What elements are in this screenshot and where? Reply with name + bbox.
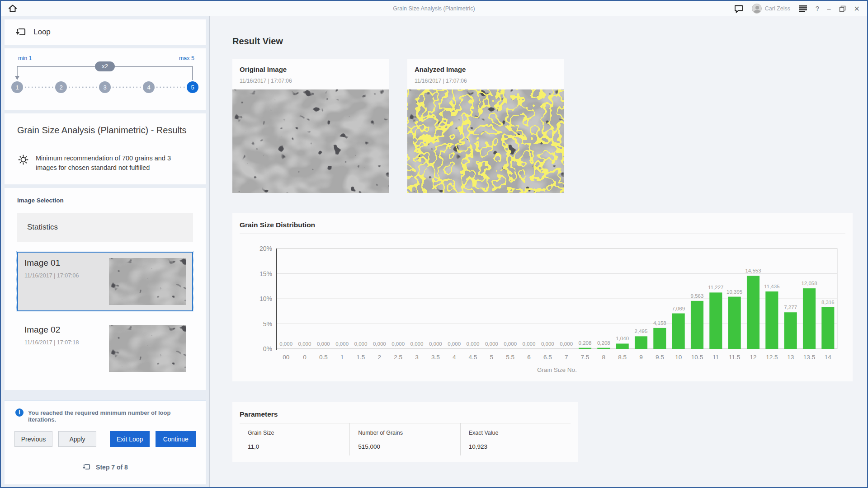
svg-text:20%: 20% — [259, 245, 272, 252]
svg-text:0,000: 0,000 — [317, 341, 330, 347]
distribution-chart: 0%5%10%15%20%0,000000,00000,0000.50,0001… — [240, 237, 844, 378]
svg-text:7,277: 7,277 — [784, 305, 797, 310]
svg-text:10,395: 10,395 — [726, 289, 742, 295]
standard-warning-text: Minimum recommendation of 700 grains and… — [36, 154, 189, 173]
loop-header: Loop — [5, 19, 206, 45]
help-button[interactable]: ? — [816, 5, 819, 12]
image-item-01[interactable]: Image 01 11/16/2017 | 17:07:06 — [17, 252, 193, 311]
svg-text:0.5: 0.5 — [319, 354, 328, 361]
statistics-item[interactable]: Statistics — [17, 213, 193, 242]
svg-text:4,158: 4,158 — [653, 320, 666, 326]
results-section: Grain Size Analysis (Planimetric) - Resu… — [5, 113, 206, 184]
minimize-button[interactable]: – — [827, 5, 831, 12]
svg-text:0,000: 0,000 — [523, 341, 536, 347]
svg-text:2: 2 — [378, 354, 382, 361]
svg-text:9: 9 — [639, 354, 643, 361]
svg-text:0,208: 0,208 — [579, 340, 592, 346]
info-icon: i — [15, 408, 24, 417]
stepper-step-4[interactable]: 4 — [143, 81, 155, 93]
svg-text:9.5: 9.5 — [656, 354, 664, 361]
svg-text:8.5: 8.5 — [618, 354, 627, 361]
svg-text:10.5: 10.5 — [691, 354, 703, 361]
stepper-step-3[interactable]: 3 — [99, 81, 111, 93]
original-image-title: Original Image — [240, 66, 382, 73]
parameters-panel: Parameters Grain Size 11,0 Number of Gra… — [232, 402, 578, 462]
svg-text:12.5: 12.5 — [766, 354, 778, 361]
svg-text:4: 4 — [147, 84, 150, 91]
distribution-title: Grain Size Distribution — [240, 221, 845, 229]
svg-text:1: 1 — [15, 84, 19, 91]
user-name: Carl Zeiss — [765, 5, 790, 12]
image-item-name: Image 01 — [24, 258, 79, 268]
results-title: Grain Size Analysis (Planimetric) - Resu… — [17, 125, 193, 136]
image-selection-section: Image Selection Statistics Image 01 11/1… — [5, 188, 206, 390]
svg-text:3: 3 — [415, 354, 419, 361]
analyzed-image-card: Analyzed Image 11/16/2017 | 17:07:06 — [407, 59, 564, 193]
svg-text:6.5: 6.5 — [543, 354, 552, 361]
svg-text:14,553: 14,553 — [745, 268, 761, 273]
svg-text:4: 4 — [453, 354, 456, 361]
chat-icon[interactable] — [734, 4, 744, 14]
stepper-step-1[interactable]: 1 — [11, 81, 23, 93]
home-button[interactable] — [7, 3, 18, 14]
svg-text:Grain Size No.: Grain Size No. — [537, 366, 577, 373]
parameter-number-of-grains: Number of Grains 515,000 — [349, 423, 460, 455]
svg-text:10%: 10% — [259, 295, 272, 302]
original-micrograph[interactable] — [232, 89, 389, 193]
svg-text:1,040: 1,040 — [616, 336, 629, 341]
svg-text:0,000: 0,000 — [392, 341, 405, 347]
svg-text:13: 13 — [787, 354, 794, 361]
svg-text:0: 0 — [303, 354, 307, 361]
loop-step-icon — [82, 463, 91, 471]
svg-text:6: 6 — [527, 354, 531, 361]
stepper-step-5-active[interactable]: 5 — [187, 81, 198, 93]
result-view: Result View Original Image 11/16/2017 | … — [210, 16, 867, 487]
image-item-02[interactable]: Image 02 11/16/2017 | 17:07:18 — [17, 319, 193, 378]
image-item-name: Image 02 — [24, 325, 79, 335]
svg-text:0,000: 0,000 — [373, 341, 386, 347]
apply-button[interactable]: Apply — [58, 431, 96, 447]
loop-footer: i You reached the required minimum numbe… — [5, 400, 206, 484]
svg-text:12: 12 — [750, 354, 756, 361]
previous-button[interactable]: Previous — [14, 431, 52, 447]
svg-text:0,000: 0,000 — [448, 341, 461, 347]
svg-text:0,000: 0,000 — [504, 341, 517, 347]
svg-text:10: 10 — [675, 354, 682, 361]
analyzed-image-title: Analyzed Image — [415, 66, 557, 73]
svg-text:15%: 15% — [259, 270, 272, 277]
analyzed-image-timestamp: 11/16/2017 | 17:07:06 — [415, 78, 557, 84]
user-account[interactable]: Carl Zeiss — [752, 4, 790, 14]
svg-text:1: 1 — [340, 354, 344, 361]
titlebar: Grain Size Analysis (Planimetric) Carl Z… — [1, 1, 867, 16]
svg-text:0,000: 0,000 — [560, 341, 573, 347]
parameter-exact-value: Exact Value 10,923 — [460, 423, 571, 455]
close-button[interactable]: ✕ — [854, 5, 860, 13]
svg-text:7,069: 7,069 — [672, 306, 685, 311]
stepper-multiplier-badge: x2 — [102, 63, 108, 70]
result-view-title: Result View — [232, 36, 854, 47]
loop-info-message: You reached the required minimum number … — [28, 408, 195, 423]
svg-text:11.5: 11.5 — [729, 354, 740, 361]
svg-text:2,495: 2,495 — [635, 328, 648, 334]
svg-text:0,000: 0,000 — [485, 341, 498, 347]
analyzed-micrograph[interactable] — [407, 89, 564, 193]
exit-loop-button[interactable]: Exit Loop — [110, 431, 150, 447]
svg-text:13.5: 13.5 — [803, 354, 815, 361]
hint-icon — [17, 154, 29, 166]
svg-text:12,058: 12,058 — [801, 281, 817, 286]
svg-text:4.5: 4.5 — [469, 354, 477, 361]
svg-text:9,563: 9,563 — [691, 293, 704, 299]
svg-text:8: 8 — [602, 354, 606, 361]
svg-text:0,000: 0,000 — [354, 341, 368, 347]
svg-text:14: 14 — [825, 354, 832, 361]
continue-button[interactable]: Continue — [156, 431, 196, 447]
svg-text:0,208: 0,208 — [597, 340, 610, 346]
grain-size-distribution-panel: Grain Size Distribution 0%5%10%15%20%0,0… — [232, 213, 853, 381]
svg-text:2.5: 2.5 — [394, 354, 402, 361]
restore-icon[interactable] — [839, 5, 846, 12]
image-item-timestamp: 11/16/2017 | 17:07:06 — [24, 272, 79, 279]
menu-icon[interactable] — [798, 5, 807, 12]
stepper-step-2[interactable]: 2 — [55, 81, 67, 93]
svg-text:0,000: 0,000 — [298, 341, 311, 347]
stepper-max-label: max 5 — [179, 55, 194, 61]
